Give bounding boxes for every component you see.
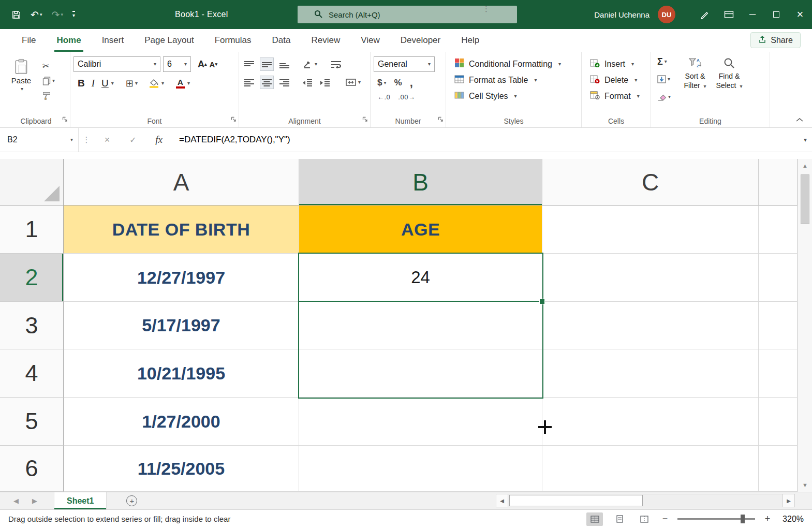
- vertical-scrollbar-thumb[interactable]: [801, 174, 809, 224]
- cut-icon[interactable]: ✂: [42, 61, 55, 71]
- tab-help[interactable]: Help: [451, 29, 490, 52]
- name-box-dropdown-icon[interactable]: ▾: [70, 137, 73, 142]
- scroll-up-icon[interactable]: ▲: [798, 159, 812, 172]
- clipboard-dialog-launcher-icon[interactable]: [62, 115, 68, 124]
- formula-bar-resize-handle[interactable]: ⋮: [79, 135, 94, 144]
- cell-C6[interactable]: [542, 446, 759, 492]
- fill-color-button[interactable]: [150, 79, 159, 88]
- next-sheet-icon[interactable]: ▶: [32, 497, 37, 505]
- previous-sheet-icon[interactable]: ◀: [13, 497, 19, 505]
- font-color-button[interactable]: A: [176, 78, 185, 89]
- copy-icon[interactable]: ▾: [42, 76, 55, 86]
- align-middle-button[interactable]: [260, 57, 274, 71]
- cancel-entry-button[interactable]: ×: [94, 128, 120, 152]
- zoom-in-button[interactable]: +: [763, 514, 772, 524]
- increase-indent-button[interactable]: [318, 76, 332, 89]
- cell-A4[interactable]: 10/21/1995: [64, 349, 299, 398]
- cell-B4[interactable]: [299, 349, 542, 398]
- redo-dropdown-icon[interactable]: ▾: [61, 12, 63, 17]
- tab-bar-splitter[interactable]: ⋮: [482, 0, 490, 18]
- align-right-button[interactable]: [277, 76, 291, 89]
- scroll-right-icon[interactable]: ▶: [783, 494, 795, 507]
- font-dialog-launcher-icon[interactable]: [230, 115, 237, 124]
- increase-font-size-button[interactable]: A▴: [198, 59, 207, 70]
- comma-style-button[interactable]: ,: [410, 76, 413, 90]
- align-center-button[interactable]: [260, 76, 274, 89]
- format-cells-button[interactable]: Format▾: [585, 88, 647, 104]
- percent-style-button[interactable]: %: [394, 78, 402, 88]
- increase-decimal-button[interactable]: ←.0: [377, 93, 390, 101]
- avatar[interactable]: DU: [658, 6, 675, 23]
- number-format-select[interactable]: General▾: [374, 56, 435, 72]
- align-left-button[interactable]: [242, 76, 256, 89]
- cell-A2[interactable]: 12/27/1997: [64, 254, 299, 302]
- close-button[interactable]: ×: [788, 0, 812, 29]
- font-name-select[interactable]: Calibri▾: [73, 56, 160, 72]
- decrease-font-size-button[interactable]: A▾: [210, 60, 217, 69]
- formula-input[interactable]: =DATEDIF(A2,TODAY(),"Y"): [172, 135, 812, 145]
- vertical-scrollbar[interactable]: ▲ ▼: [798, 159, 812, 492]
- cell-B2-active[interactable]: 24: [299, 254, 542, 302]
- format-as-table-button[interactable]: Format as Table▾: [449, 72, 578, 88]
- tab-review[interactable]: Review: [301, 29, 350, 52]
- user-name[interactable]: Daniel Uchenna: [594, 10, 649, 19]
- page-break-preview-button[interactable]: [636, 512, 653, 526]
- align-top-button[interactable]: [242, 57, 256, 71]
- row-header-4[interactable]: 4: [0, 349, 64, 398]
- tab-developer[interactable]: Developer: [390, 29, 451, 52]
- zoom-slider-thumb[interactable]: [741, 515, 745, 523]
- tab-view[interactable]: View: [350, 29, 390, 52]
- cell-A3[interactable]: 5/17/1997: [64, 302, 299, 349]
- wrap-text-button[interactable]: [329, 57, 343, 71]
- tab-file[interactable]: File: [11, 29, 46, 52]
- sort-filter-button[interactable]: AZ Sort & Filter ▾: [678, 55, 712, 115]
- conditional-formatting-button[interactable]: Conditional Formatting▾: [449, 56, 578, 72]
- merge-center-button[interactable]: [344, 76, 358, 89]
- horizontal-scrollbar-track[interactable]: [508, 494, 783, 507]
- delete-cells-button[interactable]: Delete▾: [585, 72, 647, 88]
- fill-color-dropdown-icon[interactable]: ▾: [161, 81, 164, 86]
- cell-C4[interactable]: [542, 349, 759, 398]
- customize-quick-access-icon[interactable]: ▾: [72, 11, 75, 18]
- tab-insert[interactable]: Insert: [92, 29, 135, 52]
- row-header-3[interactable]: 3: [0, 302, 64, 349]
- share-button[interactable]: Share: [750, 32, 801, 48]
- horizontal-scrollbar-thumb[interactable]: [509, 495, 643, 506]
- scroll-left-icon[interactable]: ◀: [496, 494, 508, 507]
- column-header-C[interactable]: C: [542, 159, 759, 206]
- underline-dropdown-icon[interactable]: ▾: [111, 81, 114, 86]
- paste-dropdown-icon[interactable]: ▾: [21, 86, 23, 92]
- maximize-button[interactable]: [764, 0, 788, 29]
- fill-button[interactable]: ▾: [657, 72, 678, 86]
- row-header-2[interactable]: 2: [0, 254, 64, 302]
- decrease-indent-button[interactable]: [300, 76, 314, 89]
- undo-button[interactable]: ↶▾: [31, 10, 42, 20]
- merge-center-dropdown-icon[interactable]: ▾: [358, 80, 361, 85]
- alignment-dialog-launcher-icon[interactable]: [362, 115, 368, 124]
- select-all-corner[interactable]: [0, 159, 64, 206]
- sheet-tab-sheet1[interactable]: Sheet1: [54, 492, 107, 509]
- cell-B3[interactable]: [299, 302, 542, 349]
- column-header-B[interactable]: B: [299, 159, 542, 206]
- undo-dropdown-icon[interactable]: ▾: [40, 12, 42, 17]
- save-icon[interactable]: [11, 10, 21, 20]
- collapse-ribbon-icon[interactable]: [795, 115, 804, 124]
- cell-B5[interactable]: [299, 398, 542, 446]
- column-header-A[interactable]: A: [64, 159, 299, 206]
- orientation-dropdown-icon[interactable]: ▾: [315, 62, 317, 67]
- tab-formulas[interactable]: Formulas: [204, 29, 262, 52]
- row-header-1[interactable]: 1: [0, 206, 64, 254]
- new-sheet-button[interactable]: +: [126, 495, 137, 506]
- cell-B6[interactable]: [299, 446, 542, 492]
- cell-C5[interactable]: [542, 398, 759, 446]
- find-select-button[interactable]: Find & Select ▾: [712, 55, 746, 115]
- cell-A5[interactable]: 1/27/2000: [64, 398, 299, 446]
- borders-button[interactable]: ⊞▾: [126, 78, 138, 89]
- autosum-button[interactable]: Σ▾: [657, 55, 678, 68]
- expand-formula-bar-icon[interactable]: ▾: [802, 128, 807, 152]
- clear-button[interactable]: ▾: [657, 90, 678, 104]
- row-header-5[interactable]: 5: [0, 398, 64, 446]
- align-bottom-button[interactable]: [277, 57, 291, 71]
- cell-C1[interactable]: [542, 206, 759, 254]
- number-dialog-launcher-icon[interactable]: [437, 115, 444, 124]
